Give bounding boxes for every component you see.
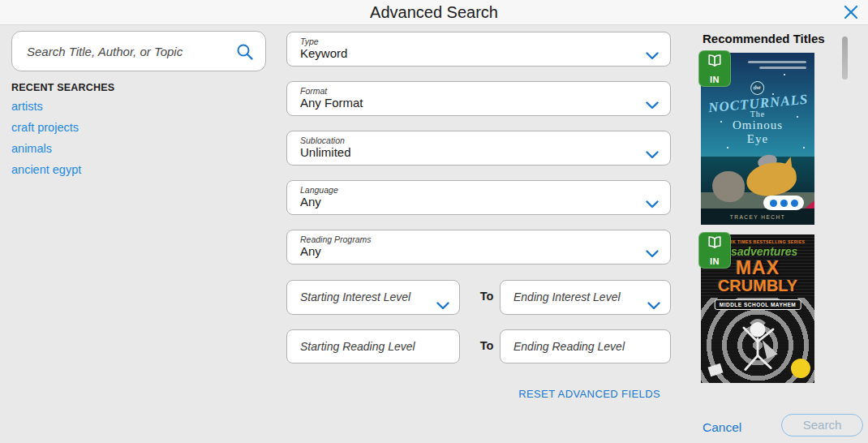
availability-in-badge: IN: [698, 232, 731, 269]
starting-reading-level-input[interactable]: [287, 330, 459, 363]
interest-level-to-label: To: [473, 290, 501, 303]
reading-level-to-label: To: [473, 339, 501, 352]
recent-search-link-artists[interactable]: artists: [11, 100, 43, 113]
cover-art-yellow-sticker: [791, 359, 810, 378]
search-input[interactable]: [12, 32, 234, 71]
ending-reading-level-field: [500, 329, 671, 363]
recommended-titles-heading: Recommended Titles: [703, 32, 825, 45]
recent-searches-heading: RECENT SEARCHES: [11, 82, 114, 93]
reading-programs-dropdown-value: Any: [300, 244, 321, 258]
reading-programs-dropdown-label: Reading Programs: [300, 234, 372, 244]
search-icon[interactable]: [235, 42, 255, 62]
book-title-line2: CRUMBLY: [701, 277, 814, 295]
chevron-down-icon: [646, 247, 659, 255]
dialog-header: Advanced Search: [0, 0, 868, 25]
starting-interest-level-dropdown[interactable]: Starting Interest Level: [286, 280, 460, 315]
language-dropdown-value: Any: [300, 195, 321, 209]
sublocation-dropdown[interactable]: Sublocation Unlimited: [286, 131, 671, 166]
page-title: Advanced Search: [0, 0, 868, 24]
search-box: [11, 31, 266, 71]
cancel-button[interactable]: Cancel: [703, 420, 741, 435]
starting-interest-level-placeholder: Starting Interest Level: [300, 281, 410, 314]
format-dropdown-value: Any Format: [300, 96, 363, 110]
series-prefix: the: [750, 80, 764, 95]
availability-in-badge: IN: [698, 50, 731, 87]
recent-search-link-animals[interactable]: animals: [11, 142, 52, 155]
sublocation-dropdown-label: Sublocation: [300, 135, 345, 145]
chevron-down-icon: [647, 299, 660, 307]
cover-praise-text: [748, 61, 806, 72]
open-book-icon: [706, 54, 724, 68]
scrollbar-thumb[interactable]: [842, 37, 848, 80]
book-title: The Ominous Eye: [701, 110, 814, 145]
chevron-down-icon: [436, 299, 449, 307]
chevron-down-icon: [646, 197, 659, 205]
book-author: TRACEY HECHT: [701, 214, 814, 220]
ending-interest-level-dropdown[interactable]: Ending Interest Level: [500, 280, 671, 315]
search-button[interactable]: Search: [781, 414, 863, 437]
advanced-search-dialog: Advanced Search RECENT SEARCHES artists …: [0, 0, 868, 443]
ending-reading-level-input[interactable]: [501, 330, 670, 363]
cover-art-pangolin: [712, 171, 745, 202]
recent-search-link-craft-projects[interactable]: craft projects: [11, 121, 79, 134]
type-dropdown[interactable]: Type Keyword: [286, 32, 671, 67]
open-book-icon: [706, 235, 724, 250]
availability-label: IN: [698, 75, 731, 84]
book-subtitle-banner: MIDDLE SCHOOL MAYHEM: [715, 299, 801, 310]
sublocation-dropdown-value: Unlimited: [300, 145, 351, 159]
format-dropdown[interactable]: Format Any Format: [286, 81, 671, 116]
recent-search-link-ancient-egypt[interactable]: ancient egypt: [11, 163, 81, 176]
language-dropdown-label: Language: [300, 185, 338, 195]
chevron-down-icon: [646, 49, 659, 57]
more-options-dots-icon[interactable]: [763, 196, 804, 210]
language-dropdown[interactable]: Language Any: [286, 180, 671, 215]
type-dropdown-label: Type: [300, 37, 319, 46]
close-icon[interactable]: [841, 2, 861, 22]
reading-programs-dropdown[interactable]: Reading Programs Any: [286, 230, 671, 265]
ending-interest-level-placeholder: Ending Interest Level: [513, 281, 621, 314]
cover-art-falling-boy: [727, 312, 789, 381]
chevron-down-icon: [646, 98, 659, 106]
type-dropdown-value: Keyword: [300, 46, 347, 60]
availability-label: IN: [698, 256, 731, 266]
reset-advanced-fields-button[interactable]: RESET ADVANCED FIELDS: [286, 388, 660, 400]
chevron-down-icon: [646, 148, 659, 156]
format-dropdown-label: Format: [300, 86, 327, 96]
starting-reading-level-field: [286, 329, 460, 363]
